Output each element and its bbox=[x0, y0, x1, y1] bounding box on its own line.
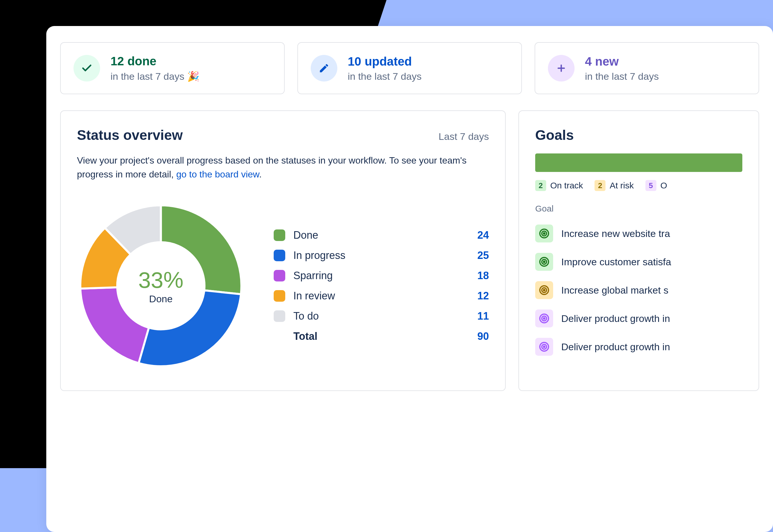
donut-label: Done bbox=[149, 293, 172, 305]
goal-text: Deliver product growth in bbox=[561, 313, 670, 324]
goal-summary-label: At risk bbox=[610, 181, 634, 190]
goal-summary-item[interactable]: 2On track bbox=[535, 180, 583, 191]
goal-summary-item[interactable]: 5O bbox=[646, 180, 667, 191]
legend-total-label: Total bbox=[293, 330, 471, 342]
plus-icon bbox=[548, 55, 574, 81]
legend-value: 12 bbox=[471, 290, 489, 302]
goal-item[interactable]: Increase global market s bbox=[535, 276, 742, 304]
stat-subtitle: in the last 7 days 🎉 bbox=[110, 71, 199, 82]
stat-subtitle: in the last 7 days bbox=[585, 71, 659, 82]
legend-value: 18 bbox=[471, 270, 489, 282]
goal-item[interactable]: Improve customer satisfa bbox=[535, 248, 742, 276]
goals-summary: 2On track2At risk5O bbox=[535, 180, 742, 191]
legend-label: In review bbox=[293, 290, 471, 302]
target-icon bbox=[535, 309, 553, 327]
legend-row[interactable]: Done24 bbox=[274, 225, 489, 245]
goal-item[interactable]: Deliver product growth in bbox=[535, 333, 742, 361]
legend-label: Done bbox=[293, 229, 471, 241]
svg-point-16 bbox=[543, 346, 545, 348]
goal-count-badge: 5 bbox=[646, 180, 657, 191]
stat-card-new[interactable]: 4 new in the last 7 days bbox=[534, 42, 759, 94]
board-view-link[interactable]: go to the board view bbox=[176, 169, 259, 179]
goals-progress-bar bbox=[535, 153, 742, 172]
donut-percent: 33% bbox=[138, 267, 183, 293]
goal-text: Deliver product growth in bbox=[561, 341, 670, 353]
stat-subtitle: in the last 7 days bbox=[348, 71, 421, 82]
check-icon bbox=[73, 55, 100, 81]
goals-title: Goals bbox=[535, 127, 574, 143]
pencil-icon bbox=[311, 55, 337, 81]
stat-card-done[interactable]: 12 done in the last 7 days 🎉 bbox=[60, 42, 285, 94]
legend-swatch bbox=[274, 270, 285, 281]
legend-label: In progress bbox=[293, 249, 471, 262]
legend-swatch bbox=[274, 290, 285, 302]
goal-count-badge: 2 bbox=[595, 180, 606, 191]
goals-card: Goals 2On track2At risk5O Goal Increase … bbox=[518, 110, 759, 391]
goal-text: Improve customer satisfa bbox=[561, 256, 671, 268]
goal-text: Increase new website tra bbox=[561, 228, 670, 239]
status-description: View your project's overall progress bas… bbox=[77, 153, 489, 181]
target-icon bbox=[535, 338, 553, 356]
svg-point-10 bbox=[543, 290, 545, 291]
stat-title: 4 new bbox=[585, 55, 659, 68]
goals-section-label: Goal bbox=[535, 204, 742, 214]
legend-total-row: Total90 bbox=[274, 326, 489, 346]
legend-row[interactable]: Sparring18 bbox=[274, 266, 489, 286]
target-icon bbox=[535, 281, 553, 299]
status-range: Last 7 days bbox=[439, 131, 489, 142]
legend-swatch bbox=[274, 229, 285, 241]
goals-list: Increase new website traImprove customer… bbox=[535, 219, 742, 361]
goal-text: Increase global market s bbox=[561, 285, 668, 296]
dashboard-panel: 12 done in the last 7 days 🎉 10 updated … bbox=[46, 26, 773, 532]
status-donut-chart: 33% Done bbox=[77, 202, 245, 370]
legend-value: 11 bbox=[471, 310, 489, 322]
status-overview-card: Status overview Last 7 days View your pr… bbox=[60, 110, 506, 391]
legend-swatch bbox=[274, 250, 285, 261]
stat-title: 12 done bbox=[110, 54, 199, 68]
stat-card-updated[interactable]: 10 updated in the last 7 days bbox=[297, 42, 522, 94]
legend-row[interactable]: In progress25 bbox=[274, 245, 489, 266]
legend-row[interactable]: In review12 bbox=[274, 286, 489, 306]
legend-label: Sparring bbox=[293, 270, 471, 282]
legend-total-value: 90 bbox=[471, 330, 489, 342]
svg-point-7 bbox=[543, 261, 545, 263]
legend-label: To do bbox=[293, 310, 471, 322]
legend-value: 24 bbox=[471, 229, 489, 241]
svg-point-4 bbox=[543, 233, 545, 234]
svg-point-13 bbox=[543, 318, 545, 319]
goal-summary-item[interactable]: 2At risk bbox=[595, 180, 634, 191]
goal-summary-label: On track bbox=[550, 181, 583, 190]
goal-count-badge: 2 bbox=[535, 180, 546, 191]
goal-item[interactable]: Increase new website tra bbox=[535, 219, 742, 248]
stat-title: 10 updated bbox=[348, 55, 421, 68]
goal-item[interactable]: Deliver product growth in bbox=[535, 304, 742, 333]
goal-summary-label: O bbox=[661, 181, 667, 190]
status-title: Status overview bbox=[77, 127, 182, 143]
target-icon bbox=[535, 225, 553, 242]
legend-row[interactable]: To do11 bbox=[274, 306, 489, 326]
target-icon bbox=[535, 253, 553, 271]
legend-value: 25 bbox=[471, 249, 489, 262]
stat-cards-row: 12 done in the last 7 days 🎉 10 updated … bbox=[60, 42, 759, 94]
status-legend: Done24In progress25Sparring18In review12… bbox=[274, 225, 489, 346]
legend-swatch bbox=[274, 310, 285, 322]
